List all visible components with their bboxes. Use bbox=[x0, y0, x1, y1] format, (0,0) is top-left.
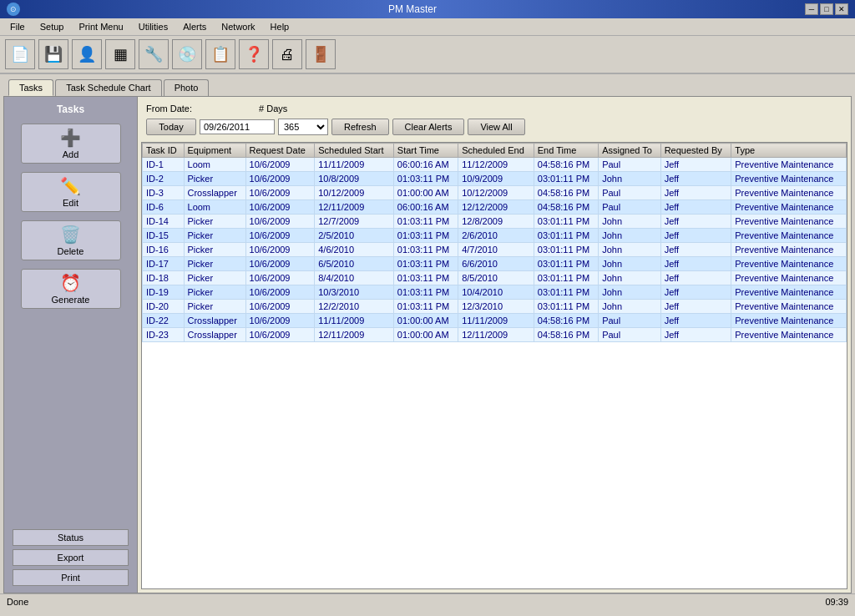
table-cell-0: ID-22 bbox=[143, 314, 185, 328]
table-row[interactable]: ID-3Crosslapper10/6/200910/12/200901:00:… bbox=[143, 186, 847, 200]
menu-utilities[interactable]: Utilities bbox=[132, 20, 175, 33]
table-row[interactable]: ID-16Picker10/6/20094/6/201001:03:11 PM4… bbox=[143, 243, 847, 257]
col-type[interactable]: Type bbox=[731, 144, 847, 158]
edit-icon: ✏️ bbox=[60, 176, 81, 196]
days-select[interactable]: 365 bbox=[278, 119, 328, 135]
menu-alerts[interactable]: Alerts bbox=[176, 20, 213, 33]
table-cell-7: Paul bbox=[599, 186, 660, 200]
table-cell-9: Preventive Maintenance bbox=[731, 271, 847, 285]
sidebar-add-button[interactable]: ➕ Add bbox=[21, 124, 121, 164]
sidebar: Tasks ➕ Add ✏️ Edit 🗑️ Delete ⏰ Generate… bbox=[4, 97, 138, 593]
table-row[interactable]: ID-23Crosslapper10/6/200912/11/200901:00… bbox=[143, 328, 847, 342]
table-row[interactable]: ID-18Picker10/6/20098/4/201001:03:11 PM8… bbox=[143, 271, 847, 285]
table-cell-8: Jeff bbox=[660, 158, 731, 172]
table-row[interactable]: ID-17Picker10/6/20096/5/201001:03:11 PM6… bbox=[143, 257, 847, 271]
col-end-time[interactable]: End Time bbox=[534, 144, 598, 158]
tab-photo[interactable]: Photo bbox=[164, 79, 210, 96]
table-cell-3: 12/2/2010 bbox=[315, 300, 394, 314]
table-row[interactable]: ID-1Loom10/6/200911/11/200906:00:16 AM11… bbox=[143, 158, 847, 172]
table-cell-7: John bbox=[599, 243, 660, 257]
table-cell-4: 01:03:11 PM bbox=[393, 300, 458, 314]
today-button[interactable]: Today bbox=[146, 119, 196, 135]
menu-print[interactable]: Print Menu bbox=[72, 20, 129, 33]
table-cell-9: Preventive Maintenance bbox=[731, 285, 847, 300]
refresh-button[interactable]: Refresh bbox=[331, 119, 389, 135]
table-row[interactable]: ID-14Picker10/6/200912/7/200901:03:11 PM… bbox=[143, 215, 847, 229]
table-cell-2: 10/6/2009 bbox=[245, 314, 315, 328]
table-cell-1: Picker bbox=[184, 215, 245, 229]
table-cell-8: Jeff bbox=[660, 200, 731, 215]
table-cell-4: 01:00:00 AM bbox=[393, 328, 458, 342]
table-row[interactable]: ID-15Picker10/6/20092/5/201001:03:11 PM2… bbox=[143, 229, 847, 243]
toolbar-new-button[interactable]: 📄 bbox=[5, 39, 35, 69]
maximize-button[interactable]: □ bbox=[820, 3, 833, 15]
toolbar-exit-button[interactable]: 🚪 bbox=[306, 39, 336, 69]
menu-file[interactable]: File bbox=[3, 20, 32, 33]
table-cell-8: Jeff bbox=[660, 314, 731, 328]
sidebar-generate-label: Generate bbox=[52, 295, 90, 305]
col-equipment[interactable]: Equipment bbox=[184, 144, 245, 158]
table-cell-9: Preventive Maintenance bbox=[731, 314, 847, 328]
col-assigned-to[interactable]: Assigned To bbox=[599, 144, 660, 158]
table-row[interactable]: ID-2Picker10/6/200910/8/200901:03:11 PM1… bbox=[143, 172, 847, 186]
sidebar-edit-button[interactable]: ✏️ Edit bbox=[21, 172, 121, 212]
table-cell-5: 10/4/2010 bbox=[458, 285, 534, 300]
task-table-container[interactable]: Task ID Equipment Request Date Scheduled… bbox=[141, 142, 847, 589]
menu-help[interactable]: Help bbox=[264, 20, 296, 33]
table-cell-9: Preventive Maintenance bbox=[731, 328, 847, 342]
sidebar-generate-button[interactable]: ⏰ Generate bbox=[21, 269, 121, 309]
tab-schedule-chart[interactable]: Task Schedule Chart bbox=[55, 79, 162, 96]
table-cell-6: 04:58:16 PM bbox=[534, 158, 598, 172]
table-cell-2: 10/6/2009 bbox=[245, 300, 315, 314]
sidebar-add-label: Add bbox=[63, 149, 79, 159]
toolbar-save-button[interactable]: 💾 bbox=[38, 39, 68, 69]
menu-setup[interactable]: Setup bbox=[33, 20, 71, 33]
col-scheduled-start[interactable]: Scheduled Start bbox=[315, 144, 394, 158]
table-cell-9: Preventive Maintenance bbox=[731, 200, 847, 215]
export-button[interactable]: Export bbox=[13, 549, 129, 566]
toolbar-help-button[interactable]: ❓ bbox=[239, 39, 269, 69]
table-cell-2: 10/6/2009 bbox=[245, 229, 315, 243]
table-cell-1: Picker bbox=[184, 271, 245, 285]
app-icon: ⊙ bbox=[7, 3, 20, 16]
table-row[interactable]: ID-19Picker10/6/200910/3/201001:03:11 PM… bbox=[143, 285, 847, 300]
table-cell-3: 10/12/2009 bbox=[315, 186, 394, 200]
table-cell-1: Picker bbox=[184, 300, 245, 314]
status-button[interactable]: Status bbox=[13, 529, 129, 546]
sidebar-title: Tasks bbox=[57, 104, 84, 115]
print-button[interactable]: Print bbox=[13, 569, 129, 586]
sidebar-delete-button[interactable]: 🗑️ Delete bbox=[21, 220, 121, 260]
toolbar-tools-button[interactable]: 🔧 bbox=[139, 39, 169, 69]
toolbar-disk-button[interactable]: 💿 bbox=[172, 39, 202, 69]
table-cell-4: 01:03:11 PM bbox=[393, 172, 458, 186]
toolbar-grid-button[interactable]: ▦ bbox=[105, 39, 135, 69]
table-row[interactable]: ID-6Loom10/6/200912/11/200906:00:16 AM12… bbox=[143, 200, 847, 215]
table-cell-3: 12/11/2009 bbox=[315, 328, 394, 342]
toolbar-form-button[interactable]: 📋 bbox=[205, 39, 235, 69]
table-cell-5: 2/6/2010 bbox=[458, 229, 534, 243]
col-scheduled-end[interactable]: Scheduled End bbox=[458, 144, 534, 158]
table-cell-9: Preventive Maintenance bbox=[731, 158, 847, 172]
col-start-time[interactable]: Start Time bbox=[393, 144, 458, 158]
table-cell-1: Loom bbox=[184, 158, 245, 172]
view-all-button[interactable]: View All bbox=[468, 119, 524, 135]
table-row[interactable]: ID-20Picker10/6/200912/2/201001:03:11 PM… bbox=[143, 300, 847, 314]
date-input[interactable] bbox=[200, 119, 275, 134]
close-button[interactable]: ✕ bbox=[835, 3, 848, 15]
window-controls[interactable]: ─ □ ✕ bbox=[805, 3, 848, 15]
toolbar-print-button[interactable]: 🖨 bbox=[272, 39, 302, 69]
table-cell-6: 03:01:11 PM bbox=[534, 243, 598, 257]
col-requested-by[interactable]: Requested By bbox=[660, 144, 731, 158]
table-cell-5: 4/7/2010 bbox=[458, 243, 534, 257]
col-task-id[interactable]: Task ID bbox=[143, 144, 185, 158]
table-cell-5: 12/3/2010 bbox=[458, 300, 534, 314]
minimize-button[interactable]: ─ bbox=[805, 3, 818, 15]
col-request-date[interactable]: Request Date bbox=[245, 144, 315, 158]
clear-alerts-button[interactable]: Clear Alerts bbox=[392, 119, 465, 135]
menu-network[interactable]: Network bbox=[215, 20, 261, 33]
toolbar-user-button[interactable]: 👤 bbox=[72, 39, 102, 69]
tab-tasks[interactable]: Tasks bbox=[8, 79, 53, 96]
table-cell-1: Picker bbox=[184, 257, 245, 271]
table-cell-1: Loom bbox=[184, 200, 245, 215]
table-row[interactable]: ID-22Crosslapper10/6/200911/11/200901:00… bbox=[143, 314, 847, 328]
